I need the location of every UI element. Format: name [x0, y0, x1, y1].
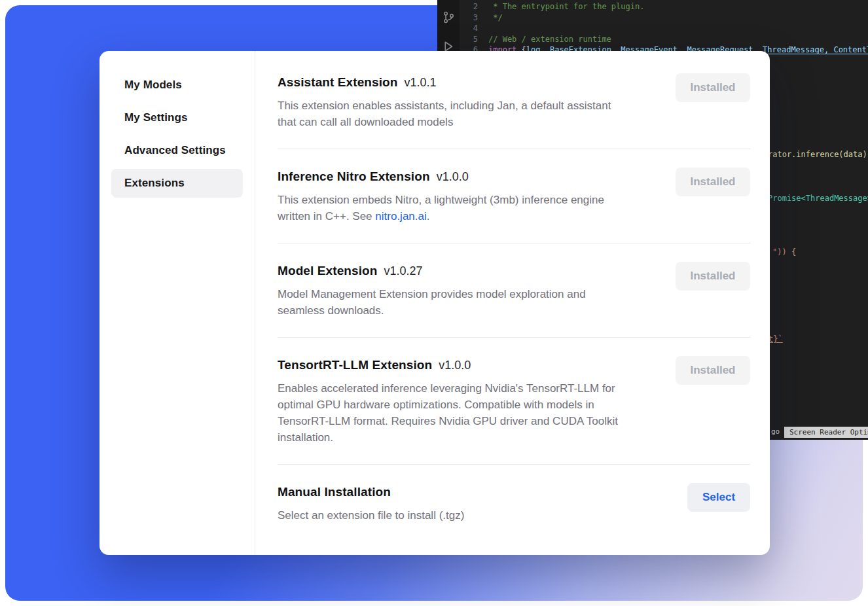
code-line: 3 */ [461, 12, 868, 24]
extension-name: Inference Nitro Extension [278, 168, 430, 186]
nitro-jan-ai-link[interactable]: nitro.jan.ai [375, 210, 426, 223]
sidebar-item-label: My Settings [124, 111, 188, 124]
line-number: 3 [461, 12, 478, 24]
code-fragment-promise: Promise<ThreadMessage> [768, 194, 868, 203]
extension-description: Model Management Extension provides mode… [278, 286, 586, 319]
line-number: 5 [461, 34, 478, 45]
extension-title-line: Assistant Extension v1.0.1 [278, 73, 611, 92]
extension-row-nitro: Inference Nitro Extension v1.0.0 This ex… [278, 168, 750, 224]
extension-version: v1.0.1 [405, 73, 437, 92]
extension-description: Enables accelerated inference leveraging… [278, 380, 618, 446]
sidebar-item-my-settings[interactable]: My Settings [111, 103, 243, 132]
sidebar-item-extensions[interactable]: Extensions [111, 169, 243, 198]
extension-title-line: Model Extension v1.0.27 [278, 262, 586, 280]
extension-info: Manual Installation Select an extension … [278, 483, 464, 524]
extension-version: v1.0.0 [437, 168, 469, 186]
installed-button[interactable]: Installed [676, 262, 750, 291]
code-lines: 2 * The entrypoint for the plugin. 3 */ … [461, 1, 868, 56]
extension-info: TensortRT-LLM Extension v1.0.0 Enables a… [278, 356, 618, 446]
extension-description: Select an extension file to install (.tg… [278, 507, 464, 524]
code-comment: // Web / extension runtime [488, 35, 611, 44]
code-comment: */ [488, 13, 503, 22]
extensions-panel: Assistant Extension v1.0.1 This extensio… [255, 51, 770, 555]
extension-info: Assistant Extension v1.0.1 This extensio… [278, 73, 611, 130]
extension-version: v1.0.0 [439, 356, 471, 374]
screen-reader-badge[interactable]: Screen Reader Optimize [784, 427, 868, 438]
extension-info: Inference Nitro Extension v1.0.0 This ex… [278, 168, 604, 224]
extension-name: Assistant Extension [278, 73, 398, 92]
sidebar-item-label: Advanced Settings [124, 144, 226, 157]
extension-row-assistant: Assistant Extension v1.0.1 This extensio… [278, 73, 750, 130]
extension-row-manual-install: Manual Installation Select an extension … [278, 483, 750, 524]
row-divider [278, 243, 750, 243]
line-number: 2 [461, 1, 478, 12]
statusbar-text: go [771, 427, 780, 436]
code-comment: * The entrypoint for the plugin. [488, 2, 644, 11]
extension-title-line: TensortRT-LLM Extension v1.0.0 [278, 356, 618, 374]
code-line: 4 [461, 23, 868, 34]
description-text: This extension embeds Nitro, a lightweig… [278, 194, 604, 223]
code-line: 5// Web / extension runtime [461, 34, 868, 45]
code-fragment-brace: ")) { [772, 247, 796, 257]
settings-modal: My Models My Settings Advanced Settings … [99, 51, 770, 555]
extension-version: v1.0.27 [384, 262, 422, 280]
extension-info: Model Extension v1.0.27 Model Management… [278, 262, 586, 319]
settings-sidebar: My Models My Settings Advanced Settings … [99, 51, 255, 555]
sidebar-item-label: My Models [124, 79, 182, 92]
sidebar-item-label: Extensions [124, 177, 185, 190]
row-divider [278, 149, 750, 149]
sidebar-item-my-models[interactable]: My Models [111, 71, 243, 99]
code-fragment-template: t}` [769, 334, 783, 344]
row-divider [278, 464, 750, 465]
line-number: 4 [461, 23, 478, 34]
extension-description: This extension enables assistants, inclu… [278, 98, 611, 130]
installed-button[interactable]: Installed [676, 73, 750, 102]
installed-button[interactable]: Installed [676, 356, 750, 385]
extension-description: This extension embeds Nitro, a lightweig… [278, 192, 604, 224]
select-file-button[interactable]: Select [687, 483, 750, 512]
extension-name: Manual Installation [278, 483, 391, 501]
extension-title-line: Inference Nitro Extension v1.0.0 [278, 168, 604, 186]
code-line: 2 * The entrypoint for the plugin. [461, 1, 868, 12]
sidebar-item-advanced-settings[interactable]: Advanced Settings [111, 136, 243, 165]
extension-row-model: Model Extension v1.0.27 Model Management… [278, 262, 750, 319]
description-text: . [427, 210, 430, 223]
extension-title-line: Manual Installation [278, 483, 464, 501]
code-fragment-inference: rator.inference(data)); [768, 150, 868, 159]
extension-name: TensortRT-LLM Extension [278, 356, 432, 374]
extension-row-tensorrt: TensortRT-LLM Extension v1.0.0 Enables a… [278, 356, 750, 446]
row-divider [278, 337, 750, 338]
source-control-icon[interactable] [442, 10, 456, 24]
installed-button[interactable]: Installed [676, 168, 750, 196]
extension-name: Model Extension [278, 262, 377, 280]
